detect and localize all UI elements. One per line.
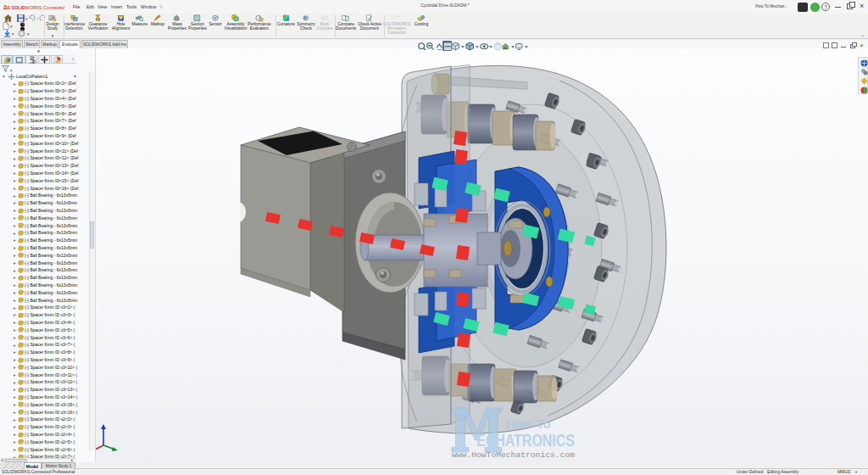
svg-text:www.HowToMechatronics.com: www.HowToMechatronics.com: [452, 451, 575, 460]
svg-text:ECHATRONICS: ECHATRONICS: [476, 431, 575, 450]
svg-text:How To: How To: [506, 417, 551, 431]
